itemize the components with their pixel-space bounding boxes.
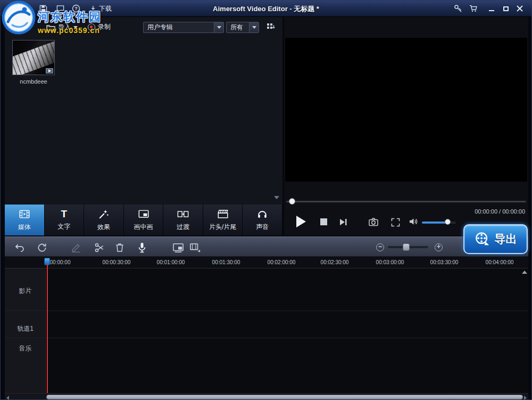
magic-wand-icon — [98, 208, 110, 220]
mute-button[interactable] — [409, 217, 418, 226]
minimize-icon — [489, 10, 494, 11]
play-button[interactable] — [294, 215, 307, 228]
tab-audio[interactable]: 声音 — [243, 205, 282, 235]
timeline-hscrollbar[interactable] — [5, 393, 528, 400]
undo-button[interactable] — [13, 241, 26, 254]
step-forward-icon — [339, 218, 347, 226]
titlebar: ? 下载 Aimersoft Video Editor - 无标题 * — [1, 1, 531, 17]
track-label-music: 音乐 — [5, 344, 46, 353]
chevron-down-icon — [73, 26, 78, 29]
snapshot-button[interactable] — [369, 218, 378, 226]
split-button[interactable] — [93, 241, 106, 254]
undo-icon — [14, 242, 25, 253]
playhead-line[interactable] — [47, 264, 48, 393]
export-button[interactable]: 导出 — [463, 224, 528, 254]
fullscreen-icon — [391, 218, 400, 227]
ruler-label: 00:02:30:00 — [321, 259, 349, 265]
track-divider — [5, 338, 528, 338]
filter-select[interactable]: 所有 — [226, 22, 259, 33]
media-library-panel: 导入 录制 用户专辑 所有 ncmbdeee — [5, 17, 282, 205]
tab-media-label: 媒体 — [18, 223, 31, 232]
view-toggle-button[interactable] — [267, 23, 275, 30]
film-reel-icon — [475, 231, 491, 247]
tab-audio-label: 声音 — [256, 223, 269, 232]
timeline-toolbar: − + — [5, 236, 528, 257]
tab-text-label: 文字 — [57, 222, 70, 231]
text-icon: T — [61, 209, 68, 219]
step-forward-button[interactable] — [339, 218, 347, 226]
tab-text[interactable]: T 文字 — [45, 205, 85, 235]
tab-intro-outro[interactable]: 片头/片尾 — [203, 205, 243, 235]
register-button[interactable] — [453, 3, 463, 14]
tab-intro-outro-label: 片头/片尾 — [209, 223, 236, 232]
tab-effects[interactable]: 效果 — [84, 205, 124, 235]
trash-icon — [114, 242, 125, 253]
media-thumbnail — [12, 40, 55, 75]
ruler-label: 00:01:00:00 — [157, 259, 185, 265]
redo-button[interactable] — [36, 241, 48, 254]
scroll-right-icon[interactable] — [524, 396, 527, 400]
filter-select-caret — [249, 22, 259, 32]
tab-pip-label: 画中画 — [134, 223, 153, 232]
media-item-name: ncmbdeee — [12, 78, 55, 85]
microphone-icon — [137, 241, 147, 254]
close-icon — [517, 5, 523, 12]
minimize-button[interactable] — [486, 3, 497, 14]
music-track[interactable] — [46, 338, 528, 393]
timeline-tracks: 影片 轨道1 音乐 — [5, 268, 528, 393]
record-button[interactable]: 录制 — [88, 22, 111, 31]
tab-media[interactable]: 媒体 — [5, 205, 45, 235]
import-button[interactable]: 导入 — [46, 23, 78, 32]
scissors-icon — [94, 242, 105, 253]
album-select[interactable]: 用户专辑 — [143, 22, 224, 33]
seek-bar[interactable] — [286, 201, 526, 202]
delete-button[interactable] — [113, 241, 126, 254]
media-icon — [19, 208, 30, 220]
record-icon — [88, 23, 95, 31]
voiceover-button[interactable] — [136, 241, 148, 254]
edit-button[interactable] — [70, 241, 82, 254]
redo-icon — [37, 242, 47, 253]
zoom-out-button[interactable]: − — [376, 243, 384, 251]
play-icon — [294, 215, 307, 228]
album-select-caret — [214, 22, 223, 32]
tab-transition-label: 过渡 — [177, 223, 189, 232]
pip-screen-icon — [172, 242, 184, 253]
key-icon — [454, 4, 462, 13]
album-select-value: 用户专辑 — [144, 23, 214, 32]
tab-transition[interactable]: 过渡 — [163, 205, 203, 235]
volume-fill — [422, 222, 447, 224]
fullscreen-button[interactable] — [391, 218, 400, 227]
picture-in-picture-icon — [138, 208, 149, 220]
overlay-track[interactable] — [46, 311, 528, 338]
timecode-display: 00:00:00 / 00:00:00 — [475, 208, 525, 215]
close-button[interactable] — [514, 3, 525, 14]
film-arrow-icon — [189, 242, 201, 253]
zoom-in-button[interactable]: + — [435, 243, 443, 251]
track-label-column: 影片 轨道1 音乐 — [5, 268, 46, 393]
stop-button[interactable] — [320, 218, 327, 225]
headphones-icon — [256, 208, 268, 220]
timeline-ruler[interactable]: 00:00:00 00:00:30:00 00:01:00:00 00:01:3… — [5, 257, 528, 268]
camera-icon — [369, 218, 378, 226]
zoom-slider-handle[interactable] — [403, 243, 410, 251]
add-to-timeline-button[interactable] — [189, 241, 202, 254]
tab-pip[interactable]: 画中画 — [124, 205, 164, 235]
ruler-label: 00:01:30:00 — [212, 259, 240, 265]
volume-slider[interactable] — [422, 222, 456, 224]
filter-select-value: 所有 — [227, 23, 249, 32]
volume-slider-handle[interactable] — [445, 219, 451, 225]
media-item[interactable]: ncmbdeee — [12, 40, 55, 85]
maximize-button[interactable] — [501, 3, 511, 14]
app-window: ? 下载 Aimersoft Video Editor - 无标题 * — [0, 0, 532, 400]
hscroll-thumb[interactable] — [46, 395, 523, 399]
seek-handle[interactable] — [289, 198, 295, 205]
purchase-button[interactable] — [468, 3, 479, 14]
pencil-icon — [71, 242, 81, 253]
video-track[interactable] — [46, 268, 528, 311]
tracks-scroll-up-icon[interactable] — [522, 271, 527, 274]
pip-track-button[interactable] — [172, 241, 185, 254]
record-label: 录制 — [98, 22, 111, 31]
scroll-left-icon[interactable] — [6, 396, 9, 400]
library-scroll-down-icon[interactable] — [274, 196, 279, 199]
